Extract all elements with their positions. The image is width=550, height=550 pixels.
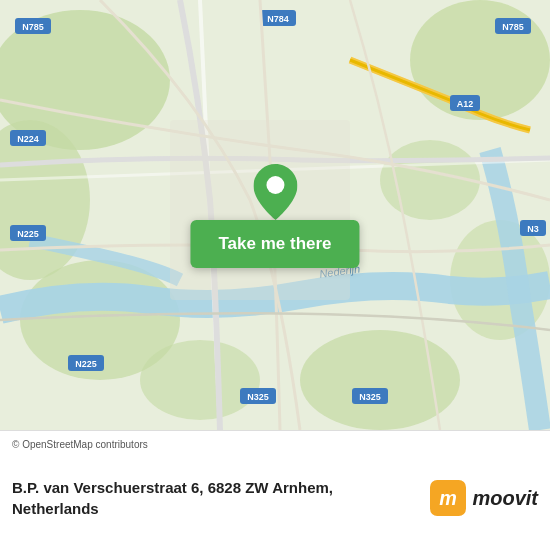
svg-point-31 — [266, 176, 284, 194]
info-bar: © OpenStreetMap contributors B.P. van Ve… — [0, 430, 550, 550]
moovit-logo: m moovit — [430, 480, 538, 516]
svg-text:N325: N325 — [359, 392, 381, 402]
osm-attribution-text: © OpenStreetMap contributors — [12, 439, 148, 450]
svg-text:N785: N785 — [22, 22, 44, 32]
svg-text:N785: N785 — [502, 22, 524, 32]
map-area: A12 N785 N785 N784 N224 N225 N225 N325 — [0, 0, 550, 430]
svg-text:N3: N3 — [527, 224, 539, 234]
svg-text:N784: N784 — [267, 14, 289, 24]
svg-point-7 — [300, 330, 460, 430]
svg-text:N225: N225 — [75, 359, 97, 369]
address-block: B.P. van Verschuerstraat 6, 6828 ZW Arnh… — [12, 477, 420, 519]
map-button-overlay: Take me there — [190, 162, 359, 268]
address-line1: B.P. van Verschuerstraat 6, 6828 ZW Arnh… — [12, 477, 420, 498]
location-pin — [250, 162, 300, 222]
svg-text:N225: N225 — [17, 229, 39, 239]
svg-text:m: m — [440, 487, 458, 509]
moovit-name: moovit — [472, 487, 538, 510]
svg-text:N325: N325 — [247, 392, 269, 402]
address-moovit-row: B.P. van Verschuerstraat 6, 6828 ZW Arnh… — [12, 450, 538, 542]
app-container: A12 N785 N785 N784 N224 N225 N225 N325 — [0, 0, 550, 550]
svg-text:N224: N224 — [17, 134, 39, 144]
take-me-there-button[interactable]: Take me there — [190, 220, 359, 268]
osm-attribution: © OpenStreetMap contributors — [12, 439, 538, 450]
address-line2: Netherlands — [12, 498, 420, 519]
svg-text:A12: A12 — [457, 99, 474, 109]
moovit-icon: m — [430, 480, 466, 516]
svg-point-8 — [140, 340, 260, 420]
